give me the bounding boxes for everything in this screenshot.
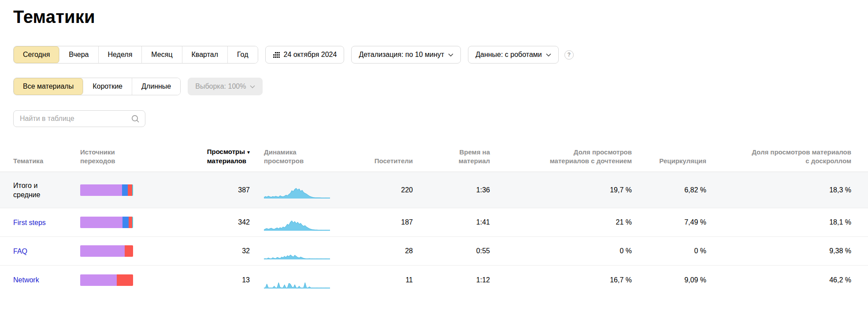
topic-cell: FAQ xyxy=(13,247,80,256)
date-picker-button[interactable]: 24 октября 2024 xyxy=(265,46,345,64)
detail-dropdown-label: Детализация: по 10 минут xyxy=(359,51,444,59)
bar-segment-purple xyxy=(80,245,125,257)
read-share-cell: 16,7 % xyxy=(490,276,632,284)
column-header-recirculation[interactable]: Рециркуляция xyxy=(632,157,706,165)
recirculation-cell: 7,49 % xyxy=(632,218,706,226)
traffic-sources-bar xyxy=(80,274,133,286)
bar-segment-cyan xyxy=(132,217,133,228)
table-row: Network 13 11 1:12 16,7 % 9,09 % 46,2 % xyxy=(0,266,868,294)
period-tab-year[interactable]: Год xyxy=(228,46,257,63)
header-line: переходов xyxy=(80,157,155,165)
calendar-icon xyxy=(273,52,280,58)
bar-segment-blue xyxy=(122,184,128,196)
detail-dropdown[interactable]: Детализация: по 10 минут xyxy=(351,46,461,64)
header-line: Просмотры xyxy=(207,148,245,155)
table-body: Итого и средние 387 220 1:36 19,7 % 6,82… xyxy=(0,172,868,294)
column-header-topic[interactable]: Тематика xyxy=(13,157,80,165)
header-line: с доскроллом xyxy=(706,157,851,165)
search-icon[interactable] xyxy=(131,114,140,123)
sources-cell xyxy=(80,217,155,228)
period-tab-quarter[interactable]: Квартал xyxy=(182,46,228,63)
topic-label[interactable]: FAQ xyxy=(13,247,27,256)
topic-label: Итого и средние xyxy=(13,181,59,199)
time-cell: 1:36 xyxy=(413,186,490,194)
header-line: материал xyxy=(413,157,490,165)
topic-cell: Network xyxy=(13,275,80,285)
search-input[interactable] xyxy=(19,114,131,123)
material-tab-all[interactable]: Все материалы xyxy=(14,78,83,95)
sources-cell xyxy=(80,184,155,196)
column-header-read-share[interactable]: Доля просмотров материалов с дочтением xyxy=(490,148,632,165)
topic-label[interactable]: Network xyxy=(13,275,39,285)
time-cell: 0:55 xyxy=(413,247,490,255)
chevron-down-icon xyxy=(250,85,255,88)
column-header-visitors[interactable]: Посетители xyxy=(330,157,413,165)
header-line: Доля просмотров материалов xyxy=(706,148,851,157)
time-cell: 1:41 xyxy=(413,218,490,226)
column-header-views[interactable]: Просмотры▾ материалов xyxy=(155,147,250,165)
column-header-time[interactable]: Время на материал xyxy=(413,148,490,165)
bar-segment-purple xyxy=(80,184,122,196)
data-dropdown[interactable]: Данные: с роботами xyxy=(468,46,559,64)
period-tab-month[interactable]: Месяц xyxy=(142,46,182,63)
topic-label[interactable]: First steps xyxy=(13,218,46,227)
header-line: материалов xyxy=(207,157,250,165)
topic-cell: First steps xyxy=(13,218,80,227)
bar-segment-red xyxy=(128,184,132,196)
dynamics-cell xyxy=(250,243,330,259)
sources-cell xyxy=(80,245,155,257)
material-tab-long[interactable]: Длинные xyxy=(132,78,180,95)
visitors-cell: 187 xyxy=(330,218,413,226)
recirculation-cell: 9,09 % xyxy=(632,276,706,284)
read-share-cell: 21 % xyxy=(490,218,632,226)
bar-segment-red xyxy=(125,245,133,257)
scroll-share-cell: 9,38 % xyxy=(706,247,851,255)
material-tabs: Все материалы Короткие Длинные xyxy=(13,78,181,95)
sample-dropdown: Выборка: 100% xyxy=(188,78,263,95)
views-cell: 387 xyxy=(155,186,250,194)
material-tab-short[interactable]: Короткие xyxy=(83,78,132,95)
column-header-sources[interactable]: Источники переходов xyxy=(80,148,155,165)
bar-segment-blue xyxy=(122,217,129,228)
scroll-share-cell: 46,2 % xyxy=(706,276,851,284)
period-tabs: Сегодня Вчера Неделя Месяц Квартал Год xyxy=(13,46,258,64)
period-tab-yesterday[interactable]: Вчера xyxy=(59,46,98,63)
views-sparkline xyxy=(264,184,330,199)
header-line: Время на xyxy=(413,148,490,157)
header-line: просмотров xyxy=(264,157,330,165)
traffic-sources-bar xyxy=(80,245,133,257)
table-row: FAQ 32 28 0:55 0 % 0 % 9,38 % xyxy=(0,237,868,266)
page-title: Тематики xyxy=(13,6,868,27)
period-tab-today[interactable]: Сегодня xyxy=(14,46,59,63)
table-row: Итого и средние 387 220 1:36 19,7 % 6,82… xyxy=(0,172,868,208)
table-header: Тематика Источники переходов Просмотры▾ … xyxy=(0,139,868,172)
data-dropdown-label: Данные: с роботами xyxy=(475,51,542,59)
scroll-share-cell: 18,1 % xyxy=(706,218,851,226)
recirculation-cell: 6,82 % xyxy=(632,186,706,194)
visitors-cell: 11 xyxy=(330,276,413,284)
help-icon[interactable]: ? xyxy=(564,50,574,60)
sources-cell xyxy=(80,274,155,286)
chevron-down-icon xyxy=(546,53,551,56)
material-controls: Все материалы Короткие Длинные Выборка: … xyxy=(13,78,868,95)
views-sparkline xyxy=(264,216,330,231)
topic-cell: Итого и средние xyxy=(13,181,80,199)
bar-segment-purple xyxy=(80,274,117,286)
dynamics-cell xyxy=(250,182,330,199)
column-header-dynamics[interactable]: Динамика просмотров xyxy=(250,148,330,165)
visitors-cell: 220 xyxy=(330,186,413,194)
scroll-share-cell: 18,3 % xyxy=(706,186,851,194)
sample-dropdown-label: Выборка: 100% xyxy=(195,82,246,90)
column-header-scroll-share[interactable]: Доля просмотров материалов с доскроллом xyxy=(706,148,851,165)
read-share-cell: 0 % xyxy=(490,247,632,255)
period-controls: Сегодня Вчера Неделя Месяц Квартал Год 2… xyxy=(13,46,868,64)
header-line: Динамика xyxy=(264,148,330,157)
bar-segment-cyan xyxy=(132,184,133,196)
traffic-sources-bar xyxy=(80,217,133,228)
header-line: Источники xyxy=(80,148,155,157)
views-cell: 32 xyxy=(155,247,250,255)
date-picker-label: 24 октября 2024 xyxy=(284,51,337,59)
traffic-sources-bar xyxy=(80,184,133,196)
bar-segment-purple xyxy=(80,217,122,228)
period-tab-week[interactable]: Неделя xyxy=(99,46,142,63)
